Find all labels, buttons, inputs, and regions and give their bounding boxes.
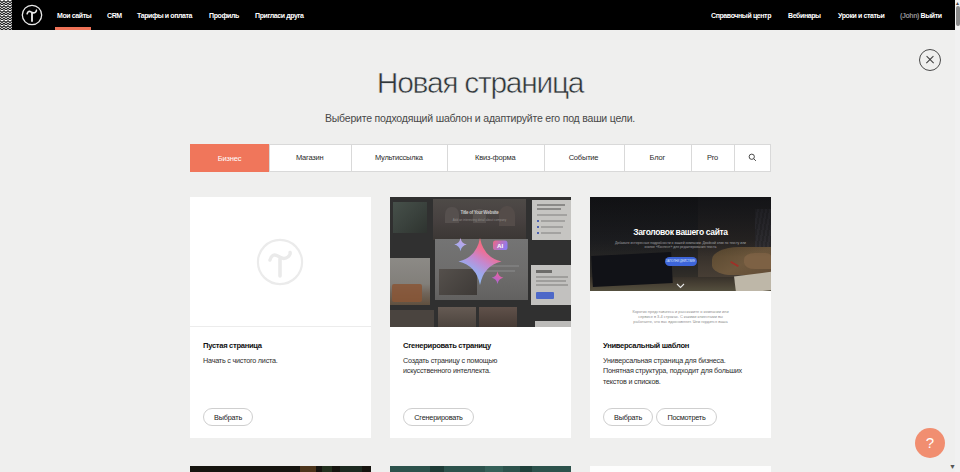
svg-text:AI: AI: [497, 242, 503, 249]
